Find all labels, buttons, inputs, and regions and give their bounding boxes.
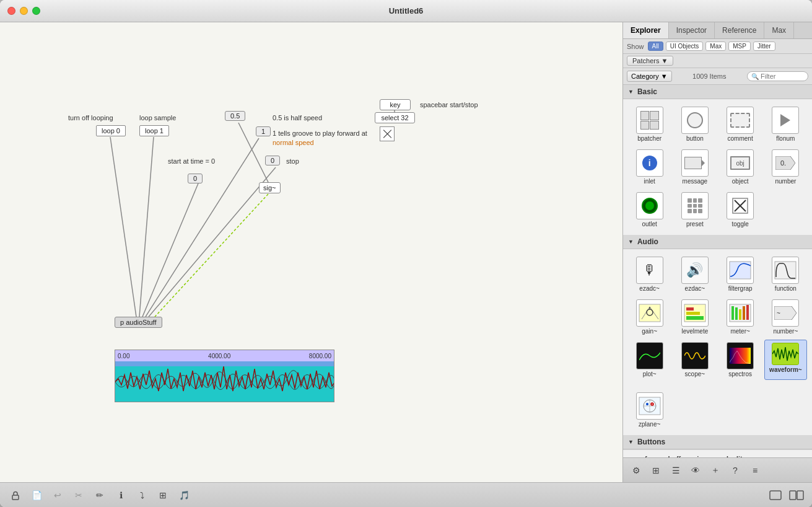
- tab-reference[interactable]: Reference: [715, 22, 764, 38]
- obj-one[interactable]: 1: [256, 126, 271, 136]
- obj-label-spectroscope: spectros: [728, 371, 752, 377]
- obj-icon-flonum: [772, 107, 799, 134]
- waveform-header: 0.00 4000.00 8000.00: [115, 350, 334, 361]
- obj-item-object[interactable]: obj object: [719, 147, 762, 187]
- help-button[interactable]: ?: [727, 462, 743, 478]
- obj-label-message: message: [683, 178, 708, 185]
- section-buttons-header[interactable]: ▼ Buttons: [623, 435, 812, 449]
- new-patcher-button[interactable]: 📄: [28, 487, 45, 503]
- obj-item-zplane[interactable]: × zplane~: [628, 390, 671, 430]
- tab-max[interactable]: Max: [764, 22, 794, 38]
- obj-item-filtergraph[interactable]: filtergrap: [719, 254, 762, 294]
- obj-label-flonum: flonum: [776, 135, 795, 142]
- grid-button[interactable]: ⊞: [155, 487, 171, 503]
- obj-zero1[interactable]: 0: [188, 174, 203, 183]
- redo-button[interactable]: ✂: [71, 487, 87, 503]
- obj-sigtilde[interactable]: sig~: [259, 182, 281, 193]
- obj-select32[interactable]: select 32: [375, 112, 415, 123]
- obj-icon-levelmeter: [681, 299, 709, 327]
- obj-zero2[interactable]: 0: [265, 156, 280, 165]
- obj-icon-message: [681, 149, 709, 177]
- tab-explorer[interactable]: Explorer: [623, 22, 669, 38]
- filter-all[interactable]: All: [648, 42, 663, 51]
- section-audio-label: Audio: [637, 237, 658, 246]
- comment-half-speed: 0.5 is half speed: [273, 114, 322, 121]
- svg-rect-21: [686, 316, 704, 320]
- grid-view-button[interactable]: ⊞: [648, 462, 664, 478]
- patcher-canvas[interactable]: turn off looping loop sample 0.5 is half…: [0, 22, 623, 482]
- lock-button[interactable]: [7, 487, 24, 503]
- single-window-button[interactable]: [767, 487, 784, 503]
- obj-item-bpatcher[interactable]: bpatcher: [628, 104, 671, 144]
- obj-item-preset[interactable]: preset: [673, 190, 716, 230]
- svg-line-4: [155, 194, 268, 317]
- obj-item-levelmeter[interactable]: levelmete: [673, 297, 716, 337]
- obj-p-audiostuff[interactable]: p audioStuff: [115, 317, 162, 328]
- undo-button[interactable]: ↩: [50, 487, 66, 503]
- obj-item-plot[interactable]: plot~: [628, 340, 671, 380]
- search-box[interactable]: 🔍: [747, 71, 808, 81]
- obj-toggle[interactable]: [380, 126, 395, 141]
- obj-item-ezadc[interactable]: 🎙 ezadc~: [628, 254, 671, 294]
- obj-item-message[interactable]: message: [673, 147, 716, 187]
- add-button[interactable]: ＋: [707, 462, 723, 478]
- obj-item-scope[interactable]: scope~: [673, 340, 716, 380]
- category-row: Category ▼ 1009 Items 🔍: [623, 68, 812, 85]
- import-button[interactable]: ⤵: [134, 487, 150, 503]
- obj-loop1[interactable]: loop 1: [139, 125, 169, 136]
- obj-loop0[interactable]: loop 0: [96, 125, 126, 136]
- patchers-button[interactable]: Patchers ▼: [627, 56, 673, 66]
- waveform-display[interactable]: 0.00 4000.00 8000.00 // Will be rendered…: [115, 350, 334, 402]
- maximize-button[interactable]: [32, 7, 40, 15]
- obj-item-button[interactable]: button: [673, 104, 716, 144]
- obj-label-meter: meter~: [730, 328, 749, 335]
- filter-max[interactable]: Max: [705, 42, 726, 51]
- edit-button[interactable]: ✏: [92, 487, 108, 503]
- obj-item-outlet[interactable]: outlet: [628, 190, 671, 230]
- obj-item-inlet[interactable]: i inlet: [628, 147, 671, 187]
- obj-key[interactable]: key: [380, 99, 411, 110]
- close-button[interactable]: [7, 7, 15, 15]
- right-panel: Explorer Inspector Reference Max Show Al…: [623, 22, 812, 482]
- filter-jitter[interactable]: Jitter: [753, 42, 775, 51]
- obj-item-flonum[interactable]: flonum: [764, 104, 807, 144]
- eye-button[interactable]: 👁: [688, 462, 704, 478]
- obj-item-gain[interactable]: gain~: [628, 297, 671, 337]
- obj-item-numbertilde[interactable]: ~ number~: [764, 297, 807, 337]
- list-view-button[interactable]: ☰: [668, 462, 684, 478]
- svg-rect-44: [770, 491, 781, 500]
- obj-icon-filtergraph: [727, 257, 754, 284]
- zplane-svg: ×: [639, 397, 661, 415]
- section-audio-header[interactable]: ▼ Audio: [623, 235, 812, 249]
- section-basic-header[interactable]: ▼ Basic: [623, 85, 812, 99]
- comment-turn-off-looping: turn off looping: [68, 114, 113, 121]
- settings-button[interactable]: ⚙: [628, 462, 644, 478]
- svg-line-5: [149, 167, 276, 317]
- obj-item-ezdac[interactable]: 🔊 ezdac~: [673, 254, 716, 294]
- info-button[interactable]: ℹ: [113, 487, 129, 503]
- double-window-button[interactable]: [788, 487, 805, 503]
- obj-label-numbertilde: number~: [774, 328, 798, 335]
- filter-msp[interactable]: MSP: [728, 42, 751, 51]
- obj-label-levelmeter: levelmete: [681, 328, 708, 335]
- tab-inspector[interactable]: Inspector: [669, 22, 715, 38]
- obj-item-function[interactable]: function: [764, 254, 807, 294]
- obj-item-comment[interactable]: comment: [719, 104, 762, 144]
- search-input[interactable]: [761, 73, 804, 80]
- dsp-button[interactable]: 🎵: [176, 487, 192, 503]
- filter-ui[interactable]: UI Objects: [666, 42, 704, 51]
- obj-item-meter[interactable]: meter~: [719, 297, 762, 337]
- minimize-button[interactable]: [20, 7, 28, 15]
- obj-item-toggle[interactable]: toggle: [719, 190, 762, 230]
- patchers-row: Patchers ▼: [623, 54, 812, 68]
- obj-item-number[interactable]: 0. number: [764, 147, 807, 187]
- toolbar-left: 📄 ↩ ✂ ✏ ℹ ⤵ ⊞ 🎵: [7, 487, 192, 503]
- svg-rect-46: [797, 491, 803, 500]
- svg-text:×: ×: [651, 402, 653, 406]
- obj-half[interactable]: 0.5: [225, 111, 245, 121]
- category-button[interactable]: Category ▼: [627, 71, 672, 82]
- obj-item-spectroscope[interactable]: spectros: [719, 340, 762, 380]
- obj-item-waveform[interactable]: waveform~: [764, 340, 807, 380]
- svg-text:0.: 0.: [780, 159, 786, 167]
- menu-button[interactable]: ≡: [747, 462, 763, 478]
